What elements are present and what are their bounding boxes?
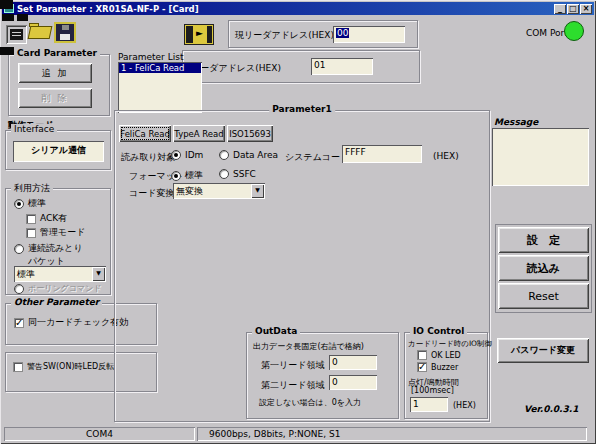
password-change-button[interactable]: パスワード変更 xyxy=(497,338,589,363)
tab-iso15693[interactable]: ISO15693 xyxy=(227,125,273,142)
radio-data-area-circle xyxy=(219,150,229,160)
outdata-group: OutData 出力データ長固定(右詰で格納) 第一リード領域 0 第二リード領… xyxy=(246,332,399,419)
radio-idm-label: IDm xyxy=(185,150,203,160)
checkbox-ack-box xyxy=(26,214,36,224)
chevron-down-icon[interactable]: ▼ xyxy=(92,267,105,281)
radio-continuous[interactable]: 連続読みとり xyxy=(14,242,83,255)
radio-ssfc-label: SSFC xyxy=(233,169,256,179)
first-read-field[interactable]: 0 xyxy=(329,355,377,370)
parameter-listbox[interactable]: 1 - FeliCa Read xyxy=(118,62,202,113)
checkbox-buzzer-label: Buzzer xyxy=(431,363,458,372)
scan-artifact xyxy=(0,0,13,9)
minimize-button[interactable]: _ xyxy=(554,4,566,14)
packet-dropdown[interactable]: 標準 ▼ xyxy=(14,266,106,282)
floppy-label-shape xyxy=(60,34,70,40)
radio-format-standard-circle xyxy=(171,171,181,181)
list-item[interactable]: 1 - FeliCa Read xyxy=(119,63,201,73)
code-conv-label: コード変換 xyxy=(129,187,174,200)
radio-polling-label: ポーリングコマンド xyxy=(28,283,102,294)
checkbox-buzzer[interactable]: Buzzer xyxy=(417,362,458,372)
checkbox-led-invert-label: 警告SW(ON)時LED反転 xyxy=(27,361,114,372)
usage-title: 利用方法 xyxy=(11,182,53,195)
card-band-right xyxy=(207,26,212,43)
current-reader-label: 現リーダアドレス(HEX) xyxy=(235,29,334,42)
checkbox-ok-led-label: OK LED xyxy=(431,351,461,360)
radio-polling-circle xyxy=(14,284,24,294)
parameter1-group: Parameter1 FeliCa Read TypeA Read ISO156… xyxy=(114,110,490,422)
radio-idm[interactable]: IDm xyxy=(171,150,203,160)
time-field[interactable]: 1 xyxy=(410,397,448,412)
radio-data-area-label: Data Area xyxy=(233,150,278,160)
set-button[interactable]: 設 定 xyxy=(498,227,589,253)
radio-data-area[interactable]: Data Area xyxy=(219,150,278,160)
close-button[interactable]: × xyxy=(580,4,592,14)
current-reader-group: 現リーダアドレス(HEX) 00 xyxy=(228,20,418,48)
scan-artifact xyxy=(2,14,14,21)
open-file-icon[interactable] xyxy=(28,21,53,42)
card-parameter-title: Card Parameter xyxy=(14,48,100,58)
second-read-label: 第二リード領域 xyxy=(261,379,324,392)
save-file-icon[interactable] xyxy=(54,22,76,43)
scan-artifact xyxy=(0,47,14,55)
radio-format-standard[interactable]: 標準 xyxy=(171,169,203,182)
first-read-label: 第一リード領域 xyxy=(261,359,324,372)
radio-standard-circle xyxy=(14,199,24,209)
checkbox-ack[interactable]: ACK有 xyxy=(26,212,67,225)
reader-address-field[interactable]: 01 xyxy=(311,58,373,75)
send-to-reader-icon[interactable]: ► xyxy=(184,24,214,45)
checkbox-same-card-box xyxy=(14,318,24,328)
delete-button[interactable]: 削 除 xyxy=(18,88,92,108)
tab-felica-read[interactable]: FeliCa Read xyxy=(119,125,171,142)
outdata-note: 設定しない場合は、0を入力 xyxy=(259,397,361,408)
card-arrow-glyph: ► xyxy=(196,28,203,38)
checkbox-buzzer-box xyxy=(417,362,427,372)
second-read-field[interactable]: 0 xyxy=(329,375,377,390)
time-unit-label: [100msec] xyxy=(411,386,454,395)
radio-standard[interactable]: 標準 xyxy=(14,197,46,210)
status-com-value: COM4 xyxy=(86,429,113,439)
checkbox-same-card[interactable]: 同一カードチェック有効 xyxy=(14,316,128,329)
current-reader-field[interactable]: 00 xyxy=(333,26,405,43)
card-band-left xyxy=(186,26,193,43)
reader-device-glyph xyxy=(10,29,23,40)
code-conv-dropdown[interactable]: 無変換 ▼ xyxy=(173,183,265,199)
add-button[interactable]: 追 加 xyxy=(18,63,92,83)
checkbox-ok-led-box xyxy=(417,350,427,360)
radio-ssfc[interactable]: SSFC xyxy=(219,169,256,179)
com-port-label: COM Port xyxy=(526,28,568,38)
reset-button[interactable]: Reset xyxy=(498,283,589,309)
read-target-label: 読み取り対象 xyxy=(121,151,175,164)
status-settings-value: 9600bps, D8bits, P:NONE, S1 xyxy=(209,429,340,439)
reader-device-icon[interactable] xyxy=(6,25,27,44)
radio-idm-circle xyxy=(171,150,181,160)
chevron-down-icon[interactable]: ▼ xyxy=(251,184,264,198)
code-conv-value: 無変換 xyxy=(176,186,203,196)
maximize-button[interactable]: □ xyxy=(567,4,579,14)
com-port-indicator xyxy=(564,21,584,41)
radio-standard-label: 標準 xyxy=(28,197,46,210)
checkbox-admin-mode-box xyxy=(26,228,36,238)
outdata-desc: 出力データ長固定(右詰で格納) xyxy=(253,341,364,352)
checkbox-admin-mode[interactable]: 管理モード xyxy=(26,226,85,239)
floppy-shutter-shape xyxy=(62,25,69,30)
reader-address-group: リーダアドレス(HEX) 01 xyxy=(182,50,420,83)
parameter1-title: Parameter1 xyxy=(269,104,335,114)
packet-dropdown-value: 標準 xyxy=(17,269,35,279)
status-panel-settings: 9600bps, D8bits, P:NONE, S1 xyxy=(197,427,587,441)
checkbox-led-invert[interactable]: 警告SW(ON)時LED反転 xyxy=(13,361,114,372)
other-parameter-title: Other Parameter xyxy=(11,297,102,307)
interface-title: Interface xyxy=(11,124,57,134)
io-control-desc: カードリード時のIO制御 xyxy=(408,339,492,349)
interface-group: Interface シリアル通信 xyxy=(5,130,111,170)
io-control-title: IO Control xyxy=(410,326,467,336)
window-title: Set Parameter : XR01SA-NF-P - [Card] xyxy=(17,4,553,14)
time-hex-label: (HEX) xyxy=(453,401,476,410)
scan-artifact xyxy=(17,14,28,21)
system-code-field[interactable]: FFFF xyxy=(342,145,422,163)
title-bar: Set Parameter : XR01SA-NF-P - [Card] _ □… xyxy=(2,2,594,15)
card-parameter-group: Card Parameter 追 加 削 除 xyxy=(8,54,110,116)
checkbox-ok-led[interactable]: OK LED xyxy=(417,350,461,360)
radio-polling[interactable]: ポーリングコマンド xyxy=(14,283,102,294)
read-button[interactable]: 読込み xyxy=(498,255,589,281)
tab-typea-read[interactable]: TypeA Read xyxy=(173,125,225,142)
